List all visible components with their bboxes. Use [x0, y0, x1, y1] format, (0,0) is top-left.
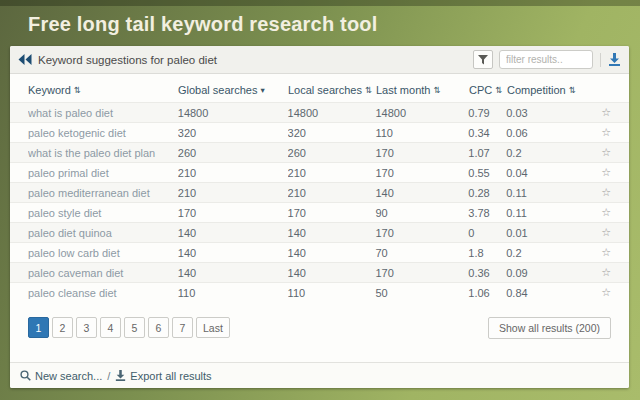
competition-cell: 0.84 — [506, 287, 601, 299]
global-searches-cell: 140 — [178, 227, 288, 239]
table-row[interactable]: paleo caveman diet 140 140 170 0.36 0.09… — [10, 262, 629, 282]
sort-icon: ⇅ — [365, 85, 372, 95]
page-button[interactable]: 2 — [52, 317, 73, 338]
global-searches-cell: 210 — [178, 167, 288, 179]
global-searches-cell: 140 — [178, 267, 288, 279]
favorite-star-icon[interactable]: ☆ — [601, 227, 611, 238]
page-button[interactable]: 1 — [28, 317, 49, 338]
last-month-cell: 170 — [375, 147, 468, 159]
page-button[interactable]: 4 — [100, 317, 121, 338]
page-title: Free long tail keyword research tool — [28, 13, 640, 36]
local-searches-cell: 320 — [288, 127, 376, 139]
filter-button[interactable] — [473, 50, 493, 69]
last-month-cell: 70 — [375, 247, 468, 259]
toolbar-title: Keyword suggestions for paleo diet — [38, 54, 217, 66]
panel-footer: New search... / Export all results — [10, 362, 629, 388]
table-row[interactable]: paleo low carb diet 140 140 70 1.8 0.2 ☆ — [10, 242, 629, 262]
column-header-cpc[interactable]: CPC ⇅ — [469, 84, 507, 96]
table-row[interactable]: what is the paleo diet plan 260 260 170 … — [10, 142, 629, 162]
keyword-cell[interactable]: paleo diet quinoa — [28, 227, 178, 239]
cpc-cell: 0.34 — [468, 127, 506, 139]
table-row[interactable]: paleo cleanse diet 110 110 50 1.06 0.84 … — [10, 282, 629, 302]
column-label: Global searches — [178, 84, 258, 96]
column-header-last-month[interactable]: Last month ⇅ — [376, 84, 469, 96]
cpc-cell: 0 — [468, 227, 506, 239]
export-download-icon — [115, 370, 126, 381]
table-row[interactable]: paleo primal diet 210 210 170 0.55 0.04 … — [10, 162, 629, 182]
favorite-star-icon[interactable]: ☆ — [601, 207, 611, 218]
table-row[interactable]: paleo diet quinoa 140 140 170 0 0.01 ☆ — [10, 222, 629, 242]
competition-cell: 0.04 — [506, 167, 601, 179]
sort-icon: ⇅ — [495, 85, 502, 95]
keyword-cell[interactable]: what is paleo diet — [28, 107, 178, 119]
table-row[interactable]: what is paleo diet 14800 14800 14800 0.7… — [10, 102, 629, 122]
toolbar-separator — [600, 53, 601, 67]
cpc-cell: 1.07 — [468, 147, 506, 159]
back-rewind-icon[interactable] — [18, 54, 32, 65]
toolbar: Keyword suggestions for paleo diet — [10, 46, 629, 74]
last-month-cell: 170 — [375, 227, 468, 239]
new-search-link[interactable]: New search... — [20, 370, 102, 382]
competition-cell: 0.11 — [506, 187, 601, 199]
search-icon — [20, 370, 31, 381]
sort-icon: ⇅ — [74, 85, 81, 95]
cpc-cell: 0.55 — [468, 167, 506, 179]
page-button[interactable]: 3 — [76, 317, 97, 338]
global-searches-cell: 320 — [178, 127, 288, 139]
keyword-cell[interactable]: paleo style diet — [28, 207, 178, 219]
favorite-star-icon[interactable]: ☆ — [601, 167, 611, 178]
keyword-cell[interactable]: paleo ketogenic diet — [28, 127, 178, 139]
table-row[interactable]: paleo ketogenic diet 320 320 110 0.34 0.… — [10, 122, 629, 142]
last-month-cell: 90 — [375, 207, 468, 219]
column-header-local-searches[interactable]: Local searches ⇅ — [288, 84, 376, 96]
keyword-cell[interactable]: paleo low carb diet — [28, 247, 178, 259]
page-button[interactable]: 6 — [148, 317, 169, 338]
competition-cell: 0.2 — [506, 247, 601, 259]
competition-cell: 0.01 — [506, 227, 601, 239]
keyword-cell[interactable]: paleo primal diet — [28, 167, 178, 179]
export-all-results-link[interactable]: Export all results — [115, 370, 211, 382]
sort-icon: ⇅ — [433, 85, 440, 95]
favorite-star-icon[interactable]: ☆ — [601, 247, 611, 258]
keyword-cell[interactable]: what is the paleo diet plan — [28, 147, 178, 159]
sort-icon: ⇅ — [569, 85, 576, 95]
page-button[interactable]: 7 — [172, 317, 193, 338]
keyword-cell[interactable]: paleo caveman diet — [28, 267, 178, 279]
filter-input[interactable] — [499, 50, 593, 69]
favorite-star-icon[interactable]: ☆ — [601, 127, 611, 138]
download-results-icon[interactable] — [608, 53, 621, 66]
column-header-keyword[interactable]: Keyword ⇅ — [28, 84, 178, 96]
table-body: what is paleo diet 14800 14800 14800 0.7… — [10, 102, 629, 302]
show-all-results-button[interactable]: Show all results (200) — [488, 317, 611, 339]
table-row[interactable]: paleo style diet 170 170 90 3.78 0.11 ☆ — [10, 202, 629, 222]
competition-cell: 0.03 — [506, 107, 601, 119]
cpc-cell: 0.28 — [468, 187, 506, 199]
column-header-competition[interactable]: Competition ⇅ — [507, 84, 602, 96]
local-searches-cell: 14800 — [288, 107, 376, 119]
global-searches-cell: 110 — [178, 287, 288, 299]
top-strip — [0, 0, 640, 6]
competition-cell: 0.06 — [506, 127, 601, 139]
table-header-row: Keyword ⇅ Global searches ▾ Local search… — [10, 78, 629, 102]
favorite-star-icon[interactable]: ☆ — [601, 187, 611, 198]
pagination: 1234567Last — [28, 317, 233, 338]
last-month-cell: 110 — [375, 127, 468, 139]
last-month-cell: 170 — [375, 167, 468, 179]
keyword-cell[interactable]: paleo cleanse diet — [28, 287, 178, 299]
competition-cell: 0.2 — [506, 147, 601, 159]
page-button[interactable]: Last — [196, 317, 230, 338]
favorite-star-icon[interactable]: ☆ — [601, 147, 611, 158]
competition-cell: 0.09 — [506, 267, 601, 279]
table-row[interactable]: paleo mediterranean diet 210 210 140 0.2… — [10, 182, 629, 202]
local-searches-cell: 260 — [288, 147, 376, 159]
favorite-star-icon[interactable]: ☆ — [601, 107, 611, 118]
keyword-cell[interactable]: paleo mediterranean diet — [28, 187, 178, 199]
favorite-star-icon[interactable]: ☆ — [601, 267, 611, 278]
local-searches-cell: 140 — [288, 267, 376, 279]
page-button[interactable]: 5 — [124, 317, 145, 338]
local-searches-cell: 210 — [288, 167, 376, 179]
column-header-global-searches[interactable]: Global searches ▾ — [178, 84, 288, 96]
last-month-cell: 50 — [375, 287, 468, 299]
column-label: Last month — [376, 84, 430, 96]
favorite-star-icon[interactable]: ☆ — [601, 287, 611, 298]
